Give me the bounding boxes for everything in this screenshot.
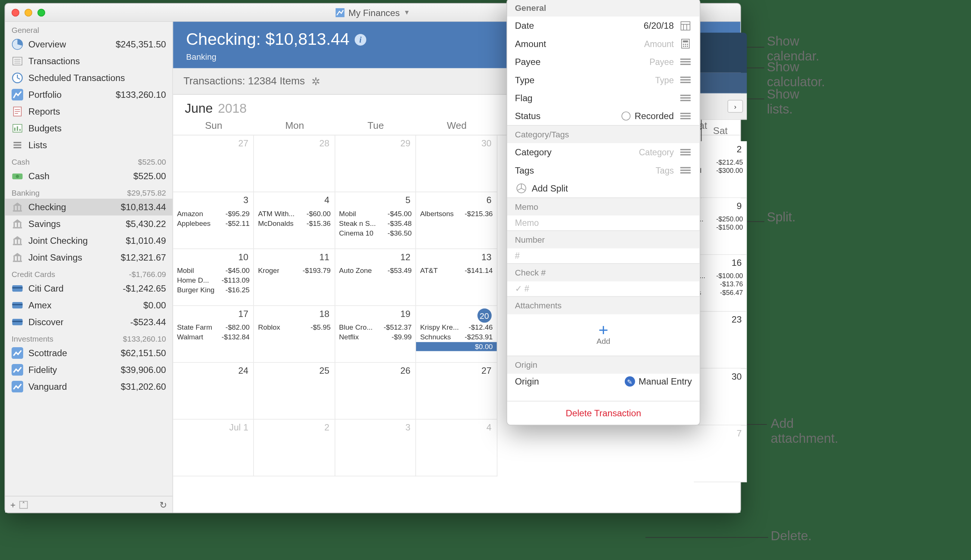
memo-input[interactable] (515, 218, 692, 228)
category-input[interactable] (572, 147, 674, 157)
calendar-cell[interactable]: 7 (694, 425, 747, 482)
calendar-cell[interactable]: 19Blue Cro...-$512.37Netflix-$9.99 (335, 306, 416, 363)
calendar-cell[interactable]: 12Auto Zone-$53.49 (335, 249, 416, 306)
transaction-entry[interactable]: Auto Zone-$53.49 (339, 266, 412, 275)
calculator-icon[interactable] (679, 37, 692, 50)
list-icon[interactable] (679, 109, 692, 122)
list-icon[interactable] (679, 92, 692, 105)
calendar-cell[interactable]: 3Amazon-$95.29Applebees-$52.11 (173, 192, 254, 249)
close-window-button[interactable] (12, 8, 19, 17)
sidebar-item-scottrade[interactable]: Scottrade$62,151.50 (5, 345, 172, 362)
sidebar-item-transactions[interactable]: Transactions (5, 53, 172, 70)
calendar-cell[interactable]: 28 (254, 135, 335, 192)
sidebar-item-discover[interactable]: Discover-$523.44 (5, 313, 172, 330)
calendar-cell[interactable]: 4 (416, 420, 497, 477)
transaction-entry[interactable]: Applebees-$52.11 (177, 219, 249, 228)
calendar-cell[interactable]: 10Mobil-$45.00Home D...-$113.09Burger Ki… (173, 249, 254, 306)
calendar-cell[interactable]: 27 (416, 363, 497, 420)
calendar-cell[interactable]: 3 (335, 420, 416, 477)
calendar-cell[interactable]: 30 (694, 368, 747, 425)
sidebar-item-savings[interactable]: Savings$5,430.22 (5, 215, 172, 232)
calendar-cell[interactable]: 26 (335, 363, 416, 420)
calendar-cell[interactable]: 5Mobil-$45.00Steak n S...-$35.48Cinema 1… (335, 192, 416, 249)
calendar-cell[interactable]: 29 (335, 135, 416, 192)
delete-transaction-button[interactable]: Delete Transaction (507, 401, 700, 425)
calendar-cell[interactable]: 25 (254, 363, 335, 420)
calendar-cell[interactable]: Jul 1 (173, 420, 254, 477)
calendar-cell[interactable]: 18Roblox-$5.95 (254, 306, 335, 363)
sidebar-item-cash[interactable]: Cash$525.00 (5, 168, 172, 185)
tags-input[interactable] (572, 165, 674, 175)
transaction-entry[interactable]: Walmart-$132.84 (177, 332, 249, 341)
gear-icon[interactable]: ✲ (312, 75, 320, 87)
add-account-button[interactable]: + (10, 500, 16, 510)
transaction-entry[interactable]: Roblox-$5.95 (258, 323, 330, 332)
calendar-cell[interactable]: 4ATM With...-$60.00McDonalds-$15.36 (254, 192, 335, 249)
sidebar-item-joint-savings[interactable]: Joint Savings$12,321.67 (5, 249, 172, 266)
sidebar-item-fidelity[interactable]: Fidelity$39,906.00 (5, 362, 172, 378)
transaction-entry[interactable]: Cinema 10-$36.50 (339, 228, 412, 237)
transaction-entry[interactable]: Burger King-$16.25 (177, 285, 249, 294)
calendar-cell[interactable]: 23 (694, 312, 747, 368)
transaction-entry[interactable]: Steak n S...-$35.48 (339, 219, 412, 228)
transaction-entry[interactable]: AT&T-$141.14 (420, 266, 492, 275)
sidebar-item-lists[interactable]: Lists (5, 137, 172, 153)
calendar-cell[interactable]: 17State Farm-$82.00Walmart-$132.84 (173, 306, 254, 363)
transaction-entry[interactable]: Netflix-$9.99 (339, 332, 412, 341)
sidebar-item-overview[interactable]: Overview$245,351.50 (5, 36, 172, 53)
info-icon[interactable]: i (355, 33, 366, 45)
number-input[interactable] (515, 251, 692, 261)
transaction-entry[interactable]: Schnucks-$253.91 (420, 332, 492, 341)
calendar-cell[interactable]: 9...-$250.00t-$150.00 (694, 198, 747, 255)
transaction-entry[interactable]: Mobil-$45.00 (339, 209, 412, 218)
sidebar-item-citi-card[interactable]: Citi Card-$1,242.65 (5, 280, 172, 297)
calendar-cell[interactable]: 2 (254, 420, 335, 477)
list-icon[interactable] (679, 73, 692, 87)
transaction-entry[interactable]: McDonalds-$15.36 (258, 219, 330, 228)
sidebar-item-checking[interactable]: Checking$10,813.44 (5, 198, 172, 215)
transaction-entry[interactable]: ATM With...-$60.00 (258, 209, 330, 218)
sidebar-item-scheduled-transactions[interactable]: Scheduled Transactions (5, 70, 172, 86)
refresh-button[interactable]: ↻ (160, 500, 167, 510)
check-input[interactable] (515, 284, 692, 294)
transaction-entry[interactable]: Amazon-$95.29 (177, 209, 249, 218)
list-icon[interactable] (679, 55, 692, 68)
sidebar-item-reports[interactable]: Reports (5, 103, 172, 120)
fullscreen-window-button[interactable] (37, 8, 45, 17)
payee-input[interactable] (572, 57, 674, 67)
minimize-window-button[interactable] (25, 8, 32, 17)
add-split-button[interactable]: Add Split (532, 183, 568, 194)
calendar-cell[interactable]: 6Albertsons-$215.36 (416, 192, 497, 249)
calendar-cell[interactable]: 13AT&T-$141.14 (416, 249, 497, 306)
sidebar-item-portfolio[interactable]: Portfolio$133,260.10 (5, 86, 172, 103)
window-title[interactable]: My Finances ▼ (335, 7, 410, 18)
calendar-cell[interactable]: 11Kroger-$193.79 (254, 249, 335, 306)
transaction-entry[interactable]: Home D...-$113.09 (177, 275, 249, 285)
calendar-cell[interactable]: 20Krispy Kre...-$12.46Schnucks-$253.91$0… (416, 306, 497, 363)
transaction-entry[interactable]: State Farm-$82.00 (177, 323, 249, 332)
calendar-cell[interactable]: 2-$212.45d-$300.00 (694, 141, 747, 198)
amount-input[interactable] (572, 39, 674, 48)
toggle-sidebar-button[interactable]: ˄ (19, 501, 28, 508)
transaction-entry[interactable]: Krispy Kre...-$12.46 (420, 323, 492, 332)
list-icon[interactable] (679, 146, 692, 159)
date-value[interactable]: 6/20/18 (572, 20, 674, 31)
status-radio[interactable] (622, 112, 631, 121)
list-icon[interactable] (679, 164, 692, 177)
transaction-entry[interactable]: Albertsons-$215.36 (420, 209, 492, 218)
calendar-cell[interactable]: 24 (173, 363, 254, 420)
calendar-cell[interactable]: 27 (173, 135, 254, 192)
sidebar-item-amex[interactable]: Amex$0.00 (5, 297, 172, 313)
calendar-cell[interactable]: 30 (416, 135, 497, 192)
type-input[interactable] (572, 75, 674, 85)
calendar-icon[interactable] (679, 19, 692, 32)
transaction-entry[interactable]: Mobil-$45.00 (177, 266, 249, 275)
sidebar-item-budgets[interactable]: Budgets (5, 120, 172, 137)
selected-new-transaction[interactable]: $0.00 (416, 342, 496, 351)
calendar-cell[interactable]: 16t...-$100.00-$13.76s-$56.47 (694, 255, 747, 312)
nav-next-button[interactable]: › (727, 100, 743, 113)
transaction-entry[interactable]: Kroger-$193.79 (258, 266, 330, 275)
add-attachment-button[interactable]: + Add (507, 314, 700, 356)
sidebar-item-joint-checking[interactable]: Joint Checking$1,010.49 (5, 232, 172, 249)
transaction-entry[interactable]: Blue Cro...-$512.37 (339, 323, 412, 332)
